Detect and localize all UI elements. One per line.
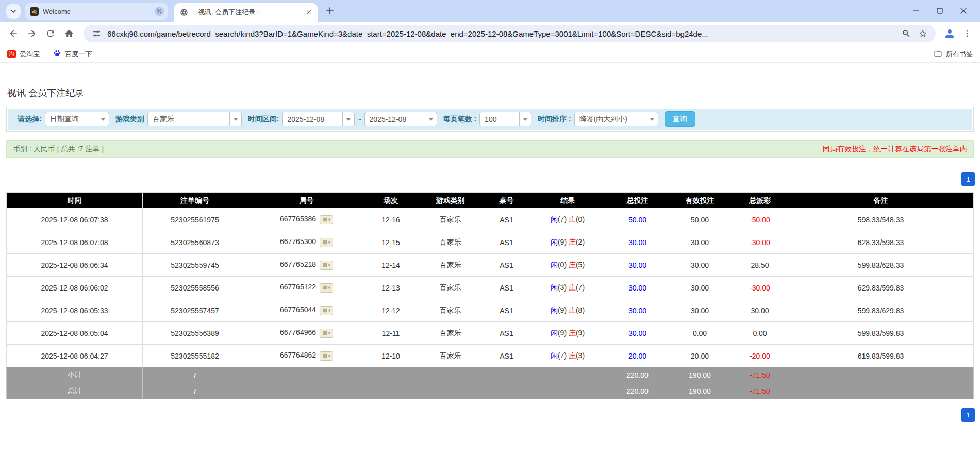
cell-result: 闲(9) 庄(8) (528, 299, 607, 322)
tab-close-icon[interactable] (304, 8, 313, 17)
zoom-out-icon[interactable] (901, 28, 912, 39)
home-button[interactable] (60, 24, 78, 43)
taobao-icon: 淘 (7, 50, 16, 58)
url-text[interactable]: 66cxkj98.com/game/betrecord_search/kind3… (107, 29, 895, 38)
back-button[interactable] (4, 24, 23, 43)
cell-payout: 0.00 (732, 322, 788, 345)
game-type-combo (147, 112, 242, 126)
col-game: 游戏类别 (416, 193, 485, 208)
round-replay-icon[interactable] (320, 351, 333, 361)
game-type-dropdown-arrow[interactable] (229, 112, 242, 126)
all-bookmarks-button[interactable]: 所有书签 (934, 49, 973, 59)
date-start-dropdown-arrow[interactable] (342, 112, 355, 126)
arrow-left-icon (8, 28, 19, 39)
footer-label: 小计 (7, 367, 143, 383)
bookmark-taobao[interactable]: 淘 爱淘宝 (7, 50, 40, 59)
cell-total-bet: 30.00 (607, 254, 668, 277)
cell-time: 2025-12-08 06:05:04 (7, 322, 143, 345)
chevron-down-icon (523, 118, 527, 121)
person-icon (943, 27, 956, 40)
table-row: 2025-12-08 06:05:04523025556389667764966… (7, 322, 974, 345)
col-remark: 备注 (788, 193, 974, 208)
arrow-right-icon (27, 28, 37, 39)
tab-betrecord[interactable]: :::视讯, 会员下注纪录::: (174, 3, 318, 22)
query-type-dropdown-arrow[interactable] (97, 112, 109, 126)
tab-welcome[interactable]: Welcome (25, 3, 168, 20)
footer-payout: -71.50 (732, 383, 788, 399)
cell-round: 667764966 (247, 322, 366, 345)
reload-button[interactable] (41, 24, 60, 43)
date-start-input[interactable] (282, 112, 343, 126)
cell-table (485, 367, 528, 383)
table-row: 2025-12-08 06:04:27523025555182667764862… (7, 345, 974, 367)
round-replay-icon[interactable] (320, 329, 333, 338)
site-settings-icon[interactable] (91, 28, 102, 39)
footer-label: 总计 (7, 383, 143, 399)
page-size-dropdown-arrow[interactable] (519, 112, 531, 126)
cell-bet-id: 523025561975 (143, 208, 247, 231)
tab-search-button[interactable] (6, 4, 21, 19)
round-replay-icon[interactable] (320, 215, 333, 224)
cell-payout: -50.00 (732, 208, 788, 231)
bookmark-label: 百度一下 (65, 50, 92, 59)
maximize-button[interactable] (932, 3, 948, 19)
cell-bet-id: 523025555182 (143, 345, 247, 367)
all-bookmarks-label: 所有书签 (946, 50, 973, 59)
bookmark-baidu[interactable]: 百度一下 (53, 49, 92, 59)
col-valid-bet: 有效投注 (668, 193, 732, 208)
cell-table (485, 383, 528, 399)
date-end-input[interactable] (364, 112, 425, 126)
tab-title: :::视讯, 会员下注纪录::: (192, 8, 300, 17)
game-type-input[interactable] (147, 112, 230, 126)
query-type-input[interactable] (45, 112, 97, 126)
cell-result (528, 367, 607, 383)
profile-avatar[interactable] (941, 25, 958, 42)
page-title: 视讯 会员下注纪录 (7, 87, 974, 99)
url-bar[interactable]: 66cxkj98.com/game/betrecord_search/kind3… (84, 25, 936, 42)
close-button[interactable] (955, 3, 972, 19)
table-row: 2025-12-08 06:07:08523025560873667765300… (7, 231, 974, 254)
cell-total-bet: 30.00 (607, 322, 668, 345)
round-replay-icon[interactable] (320, 238, 333, 247)
cell-valid-bet: 30.00 (668, 299, 732, 322)
round-replay-icon[interactable] (320, 261, 333, 270)
plus-icon (326, 7, 334, 14)
folder-icon (934, 49, 942, 59)
chevron-down-icon (346, 118, 351, 121)
footer-total-bet: 220.00 (607, 367, 668, 383)
bookmark-star-icon[interactable] (917, 28, 928, 39)
cell-table: AS1 (485, 277, 528, 299)
minimize-button[interactable] (908, 3, 924, 19)
page-1-button[interactable]: 1 (961, 172, 975, 186)
cell-remark: 599.83/629.83 (788, 299, 974, 322)
filter-bar: 请选择: 游戏类别 时间区间: ~ 每页笔数 : (8, 109, 972, 130)
cell-payout: -30.00 (732, 231, 788, 254)
cell-round: 667765218 (247, 254, 366, 277)
cell-time: 2025-12-08 06:05:33 (7, 299, 143, 322)
page-content: 视讯 会员下注纪录 请选择: 游戏类别 时间区间: ~ 每页 (0, 87, 980, 422)
sort-dropdown-arrow[interactable] (646, 112, 658, 126)
round-replay-icon[interactable] (320, 306, 333, 315)
round-replay-icon[interactable] (320, 283, 333, 293)
tab-close-icon[interactable] (155, 7, 164, 16)
cell-time: 2025-12-08 06:06:34 (7, 254, 143, 277)
cell-time: 2025-12-08 06:07:38 (7, 208, 143, 231)
sort-combo (574, 112, 658, 126)
cell-round: 667765122 (247, 277, 366, 299)
search-button[interactable]: 查询 (665, 111, 695, 127)
col-payout: 总派彩 (732, 193, 788, 208)
browser-menu-button[interactable] (958, 25, 976, 42)
cell-table: AS1 (485, 299, 528, 322)
cell-session: 12-12 (366, 299, 416, 322)
sort-input[interactable] (574, 112, 646, 126)
date-end-dropdown-arrow[interactable] (425, 112, 437, 126)
page-1-button[interactable]: 1 (961, 408, 975, 422)
cell-game: 百家乐 (416, 322, 485, 345)
cell-game: 百家乐 (416, 277, 485, 299)
cell-result (528, 383, 607, 399)
new-tab-button[interactable] (323, 4, 337, 18)
cell-remark: 628.33/598.33 (788, 231, 974, 254)
cell-result: 闲(9) 庄(9) (528, 322, 607, 345)
forward-button[interactable] (23, 24, 41, 43)
page-size-input[interactable] (479, 112, 520, 126)
